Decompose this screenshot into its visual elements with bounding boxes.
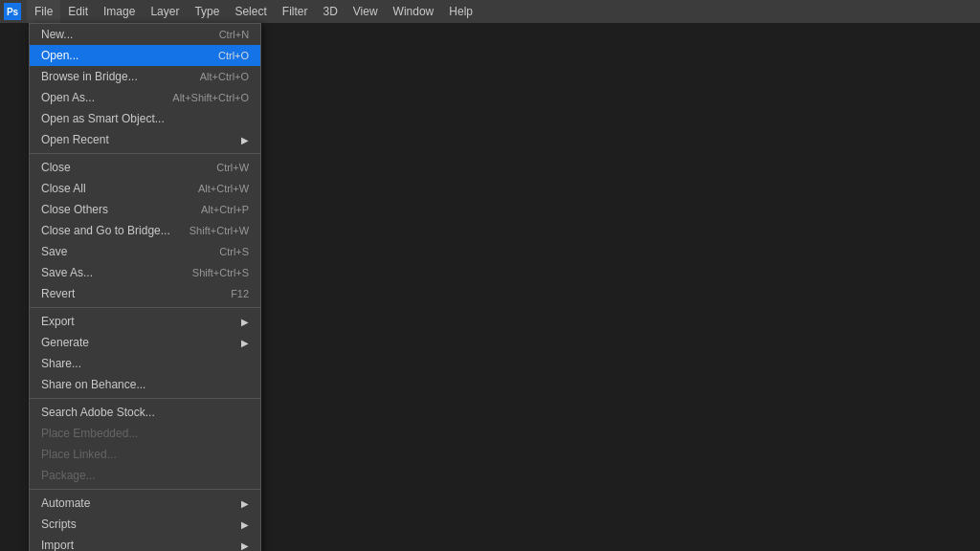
menu-filter[interactable]: Filter [275,0,316,23]
menu-item-open[interactable]: Open... Ctrl+O [30,45,260,66]
menu-item-open-smart-object[interactable]: Open as Smart Object... [30,108,260,129]
menu-select[interactable]: Select [227,0,274,23]
menu-item-close-others[interactable]: Close Others Alt+Ctrl+P [30,199,260,220]
separator-1 [30,153,260,154]
menu-edit[interactable]: Edit [60,0,96,23]
menu-item-close[interactable]: Close Ctrl+W [30,157,260,178]
menu-item-open-as[interactable]: Open As... Alt+Shift+Ctrl+O [30,87,260,108]
ps-logo: Adobe PhotoshopPs [4,3,21,20]
menu-item-share[interactable]: Share... [30,353,260,374]
menu-window[interactable]: Window [386,0,442,23]
submenu-arrow-import: ▶ [241,540,249,551]
menu-layer[interactable]: Layer [143,0,187,23]
menu-item-import[interactable]: Import ▶ [30,535,260,551]
menu-item-generate[interactable]: Generate ▶ [30,332,260,353]
menu-item-automate[interactable]: Automate ▶ [30,493,260,514]
menu-item-save[interactable]: Save Ctrl+S [30,241,260,262]
menu-item-new[interactable]: New... Ctrl+N [30,24,260,45]
menu-item-close-go-bridge[interactable]: Close and Go to Bridge... Shift+Ctrl+W [30,220,260,241]
menu-item-place-linked: Place Linked... [30,444,260,465]
submenu-arrow-export: ▶ [241,317,249,327]
submenu-arrow-automate: ▶ [241,498,249,509]
menu-item-search-adobe-stock[interactable]: Search Adobe Stock... [30,402,260,423]
menu-3d[interactable]: 3D [315,0,345,23]
submenu-arrow-generate: ▶ [241,338,249,348]
submenu-arrow-scripts: ▶ [241,519,249,530]
menu-item-export[interactable]: Export ▶ [30,311,260,332]
menu-image[interactable]: Image [96,0,143,23]
menu-item-revert[interactable]: Revert F12 [30,283,260,304]
menu-item-scripts[interactable]: Scripts ▶ [30,514,260,535]
file-menu-dropdown: New... Ctrl+N Open... Ctrl+O Browse in B… [29,23,261,551]
separator-2 [30,307,260,308]
menu-type[interactable]: Type [187,0,227,23]
menu-item-save-as[interactable]: Save As... Shift+Ctrl+S [30,262,260,283]
menu-view[interactable]: View [345,0,386,23]
menu-item-package: Package... [30,465,260,486]
menu-item-browse-bridge[interactable]: Browse in Bridge... Alt+Ctrl+O [30,66,260,87]
menu-item-open-recent[interactable]: Open Recent ▶ [30,129,260,150]
menu-file[interactable]: File [27,0,60,23]
menu-item-place-embedded: Place Embedded... [30,423,260,444]
menubar: Adobe PhotoshopPs File Edit Image Layer … [0,0,980,23]
menu-help[interactable]: Help [441,0,480,23]
menu-item-close-all[interactable]: Close All Alt+Ctrl+W [30,178,260,199]
menu-item-share-behance[interactable]: Share on Behance... [30,374,260,395]
separator-3 [30,398,260,399]
submenu-arrow-open-recent: ▶ [241,135,249,145]
separator-4 [30,489,260,490]
